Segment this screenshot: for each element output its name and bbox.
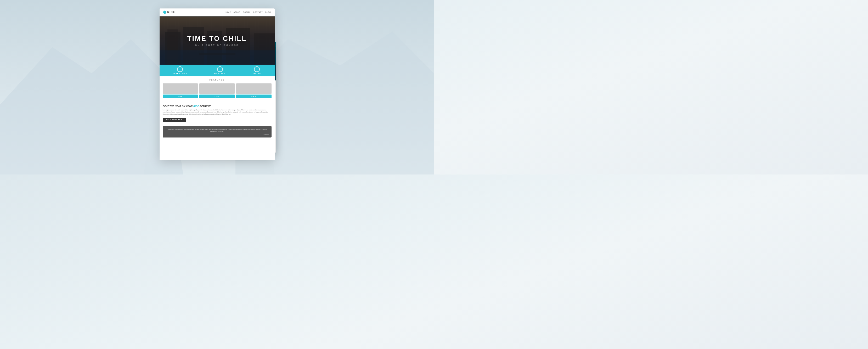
article-section-center: BEAT THE HEAT ON YOUR RIDE RETREAT Lorem… (160, 103, 275, 124)
view-btn-2-center[interactable]: VIEW (199, 94, 235, 98)
tab-rentals[interactable]: RENTALS (214, 66, 225, 74)
hero-title-center: TIME TO CHILL (187, 35, 247, 43)
logo-text-center: RIDE (167, 11, 175, 13)
feat-card-2-center: VIEW (199, 83, 235, 98)
nav-social-center[interactable]: SOCIAL (243, 11, 251, 13)
article-title-brand: RIDE (193, 105, 199, 107)
featured-cards-center: VIEW VIEW VIEW (163, 83, 272, 98)
tab-circle-tours (254, 66, 260, 72)
tab-tours[interactable]: TOURS (253, 66, 261, 74)
card-center: RIDE HOME ABOUT SOCIAL CONTACT BLOG (160, 8, 275, 160)
article-title-center: BEAT THE HEAT ON YOUR RIDE RETREAT (163, 105, 272, 107)
feat-card-3-center: VIEW (236, 83, 272, 98)
featured-section-center: FEATURED VIEW VIEW VIEW (160, 76, 275, 103)
tab-inventory[interactable]: INVENTORY (173, 66, 187, 74)
view-btn-1-center[interactable]: VIEW (163, 94, 198, 98)
tab-label-inventory: INVENTORY (173, 73, 187, 74)
logo-dot-teal (163, 10, 166, 13)
logo-center: RIDE (163, 10, 175, 13)
hero-center: TIME TO CHILL ON A BOAT OF COURSE (160, 16, 275, 65)
view-btn-3-center[interactable]: VIEW (236, 94, 272, 98)
article-text-center: Lorem ipsum dolor sit amet, consectetur … (163, 109, 272, 115)
nav-center: RIDE HOME ABOUT SOCIAL CONTACT BLOG (160, 8, 275, 16)
tab-circle-rentals (217, 66, 223, 72)
nav-links-center: HOME ABOUT SOCIAL CONTACT BLOG (225, 11, 271, 13)
hero-text-center: TIME TO CHILL ON A BOAT OF COURSE (160, 16, 275, 65)
tab-label-tours: TOURS (253, 73, 261, 74)
nav-contact-center[interactable]: CONTACT (253, 11, 263, 13)
featured-title-center: FEATURED (163, 79, 272, 81)
feat-img-3-center (236, 83, 272, 94)
article-title-prefix: BEAT THE HEAT ON YOUR (163, 105, 194, 107)
feat-img-2-center (199, 83, 235, 94)
quote-section-center: " RIDE is a great place to spend your ha… (163, 126, 272, 137)
tab-circle-inventory (177, 66, 183, 72)
nav-about-center[interactable]: ABOUT (234, 11, 240, 13)
feat-card-1-center: VIEW (163, 83, 198, 98)
tabs-bar-center: INVENTORY RENTALS TOURS (160, 65, 275, 76)
plan-trip-btn[interactable]: PLAN YOUR TRIP (163, 118, 186, 122)
hero-subtitle-center: ON A BOAT OF COURSE (195, 44, 239, 46)
quote-text-center: " RIDE is a great place to spend your ha… (165, 128, 269, 133)
article-title-suffix: RETREAT (199, 105, 211, 107)
nav-home-center[interactable]: HOME (225, 11, 231, 13)
feat-img-1-center (163, 83, 198, 94)
nav-blog-center[interactable]: BLOG (265, 11, 271, 13)
tab-label-rentals: RENTALS (214, 73, 225, 74)
quote-author-center: - Susan B (165, 134, 269, 135)
